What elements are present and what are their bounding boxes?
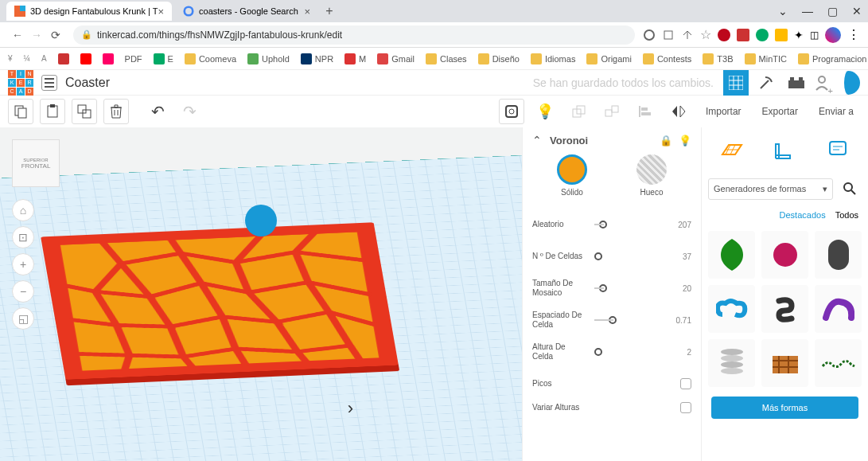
redo-button[interactable]: ↷ xyxy=(177,99,202,124)
bookmark-item[interactable]: T3B xyxy=(703,53,733,64)
browser-tab-active[interactable]: 3D design Fantabulous Krunk | T × xyxy=(6,2,172,21)
bookmark-item[interactable]: MinTIC xyxy=(745,53,787,64)
ortho-view-button[interactable]: ◱ xyxy=(12,307,34,330)
home-view-button[interactable]: ⌂ xyxy=(12,199,34,221)
tinkercad-logo[interactable]: TINKERCAD xyxy=(8,70,33,96)
minimize-icon[interactable]: — xyxy=(802,5,813,18)
canvas[interactable]: SUPERIOR FRONTAL ⌂ ⊡ + − ◱ › xyxy=(0,127,522,461)
shape-item[interactable] xyxy=(708,339,755,387)
slider[interactable] xyxy=(594,316,661,324)
reload-button[interactable]: ⟳ xyxy=(46,29,65,41)
new-tab-button[interactable]: + xyxy=(321,3,337,19)
search-button[interactable] xyxy=(838,177,862,201)
project-name[interactable]: Coaster xyxy=(65,76,110,90)
bookmark-item[interactable] xyxy=(103,53,114,64)
send-button[interactable]: Enviar a xyxy=(812,101,860,122)
bookmark-item[interactable] xyxy=(80,53,91,64)
shape-category-select[interactable]: Generadores de formas▾ xyxy=(708,178,833,200)
hole-option[interactable]: Hueco xyxy=(636,154,667,197)
google-icon[interactable] xyxy=(643,29,656,41)
paste-button[interactable] xyxy=(40,99,65,124)
bookmark-item[interactable]: NPR xyxy=(301,53,333,64)
shape-item[interactable] xyxy=(708,285,755,333)
selection-handle[interactable] xyxy=(245,205,277,236)
menu-icon[interactable]: ⋮ xyxy=(847,27,860,42)
shape-item[interactable] xyxy=(761,231,808,279)
bookmark-item[interactable]: Coomeva xyxy=(185,53,236,64)
bookmark-item[interactable]: M xyxy=(344,53,366,64)
solid-option[interactable]: Sólido xyxy=(557,154,587,197)
extension-icon[interactable] xyxy=(775,29,788,41)
notes-tool[interactable] xyxy=(823,135,852,164)
blocks-mode-button[interactable] xyxy=(723,70,749,96)
close-icon[interactable]: × xyxy=(304,6,310,18)
star-icon[interactable]: ☆ xyxy=(700,27,711,42)
shape-item[interactable] xyxy=(761,285,808,333)
bookmark-item[interactable]: Origami xyxy=(586,53,632,64)
install-icon[interactable] xyxy=(662,29,675,41)
maximize-icon[interactable]: ▢ xyxy=(827,5,838,18)
shape-item[interactable] xyxy=(761,339,808,387)
checkbox[interactable] xyxy=(680,378,691,389)
invite-button[interactable]: + xyxy=(814,70,831,96)
zoom-out-button[interactable]: − xyxy=(12,280,34,303)
more-shapes-button[interactable]: Más formas xyxy=(711,397,858,419)
delete-button[interactable] xyxy=(103,99,129,124)
bulb-icon[interactable]: 💡 xyxy=(679,135,691,147)
close-window-icon[interactable]: ✕ xyxy=(852,5,862,18)
extension-icon[interactable] xyxy=(756,29,769,41)
browser-tab[interactable]: coasters - Google Search × xyxy=(175,2,318,21)
slider[interactable] xyxy=(594,252,661,260)
bookmark-item[interactable]: Contests xyxy=(643,53,691,64)
slider[interactable] xyxy=(594,348,661,356)
bookmark-item[interactable]: Diseño xyxy=(478,53,520,64)
ruler-tool[interactable] xyxy=(770,135,799,164)
bookmark-item[interactable]: ¼ xyxy=(24,54,30,63)
ungroup-button[interactable] xyxy=(599,99,625,124)
coaster-object[interactable] xyxy=(41,222,399,380)
extension-icon[interactable] xyxy=(737,29,749,41)
panel-pager-arrow[interactable]: › xyxy=(348,398,353,419)
chevron-down-icon[interactable]: ⌄ xyxy=(778,5,788,18)
close-icon[interactable]: × xyxy=(158,6,164,18)
tab-all[interactable]: Todos xyxy=(835,210,858,220)
bookmark-item[interactable]: E xyxy=(154,53,173,64)
tab-featured[interactable]: Destacados xyxy=(780,210,826,220)
puzzle-icon[interactable]: ✦ xyxy=(794,29,804,41)
import-button[interactable]: Importar xyxy=(699,101,748,122)
mirror-button[interactable] xyxy=(666,99,691,124)
fit-view-button[interactable]: ⊡ xyxy=(12,226,34,248)
url-input[interactable]: 🔒 tinkercad.com/things/fhsNMWZgjIp-fanta… xyxy=(73,25,635,45)
user-avatar[interactable] xyxy=(836,71,860,95)
lock-icon[interactable]: 🔒 xyxy=(660,135,672,147)
shape-item[interactable] xyxy=(815,339,862,387)
bookmark-item[interactable]: Uphold xyxy=(247,53,290,64)
group-button[interactable] xyxy=(566,99,591,124)
bookmark-item[interactable] xyxy=(58,53,69,64)
bookmark-item[interactable]: Idiomas xyxy=(531,53,576,64)
checkbox[interactable] xyxy=(680,402,691,413)
export-button[interactable]: Exportar xyxy=(756,101,804,122)
bulb-button[interactable]: 💡 xyxy=(532,99,558,124)
back-button[interactable]: ← xyxy=(8,29,27,41)
zoom-in-button[interactable]: + xyxy=(12,253,34,275)
bookmark-item[interactable]: PDF xyxy=(125,54,142,64)
bookmark-item[interactable]: Gmail xyxy=(377,53,415,64)
slider[interactable] xyxy=(594,284,661,292)
notes-button[interactable] xyxy=(499,99,524,124)
pinterest-icon[interactable] xyxy=(718,29,730,41)
view-cube[interactable]: SUPERIOR FRONTAL xyxy=(12,139,60,187)
workplane-tool[interactable] xyxy=(718,135,746,164)
bricks-mode-button[interactable] xyxy=(753,70,779,96)
duplicate-button[interactable] xyxy=(72,99,97,124)
share-icon[interactable] xyxy=(681,29,694,41)
collapse-icon[interactable]: ⌃ xyxy=(532,134,542,147)
shape-item[interactable] xyxy=(708,231,755,279)
sidepanel-icon[interactable]: ◫ xyxy=(810,29,819,41)
menu-button[interactable] xyxy=(41,75,57,91)
lego-mode-button[interactable] xyxy=(784,70,809,96)
profile-avatar[interactable] xyxy=(825,27,841,43)
bookmark-item[interactable]: ¥ xyxy=(8,54,13,63)
undo-button[interactable]: ↶ xyxy=(145,99,170,124)
copy-button[interactable] xyxy=(8,99,33,124)
